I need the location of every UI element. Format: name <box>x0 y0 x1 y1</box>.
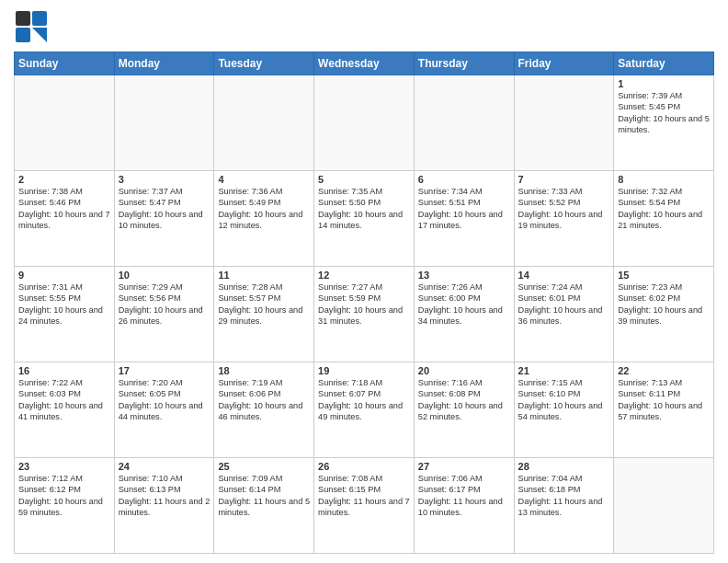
svg-rect-1 <box>32 11 47 26</box>
calendar-cell: 6Sunrise: 7:34 AM Sunset: 5:51 PM Daylig… <box>414 171 514 267</box>
calendar-table: SundayMondayTuesdayWednesdayThursdayFrid… <box>14 52 714 554</box>
day-number: 24 <box>119 461 210 472</box>
calendar-cell: 19Sunrise: 7:18 AM Sunset: 6:07 PM Dayli… <box>314 362 415 458</box>
calendar-cell: 4Sunrise: 7:36 AM Sunset: 5:49 PM Daylig… <box>214 171 314 267</box>
day-number: 25 <box>218 461 310 472</box>
day-info: Sunrise: 7:26 AM Sunset: 6:00 PM Dayligh… <box>418 282 510 327</box>
calendar-cell: 10Sunrise: 7:29 AM Sunset: 5:56 PM Dayli… <box>114 267 214 362</box>
calendar-cell <box>214 75 314 171</box>
day-number: 7 <box>518 174 610 185</box>
day-info: Sunrise: 7:36 AM Sunset: 5:49 PM Dayligh… <box>218 186 310 232</box>
day-number: 20 <box>418 365 510 376</box>
day-number: 19 <box>318 365 410 376</box>
calendar-cell <box>114 75 214 171</box>
calendar-week-row: 9Sunrise: 7:31 AM Sunset: 5:55 PM Daylig… <box>15 267 714 362</box>
day-info: Sunrise: 7:35 AM Sunset: 5:50 PM Dayligh… <box>318 186 410 232</box>
day-info: Sunrise: 7:19 AM Sunset: 6:06 PM Dayligh… <box>218 377 310 423</box>
day-number: 10 <box>119 270 210 281</box>
day-number: 4 <box>218 174 310 185</box>
day-number: 1 <box>618 78 710 89</box>
calendar-week-row: 23Sunrise: 7:12 AM Sunset: 6:12 PM Dayli… <box>15 458 714 554</box>
calendar-cell: 23Sunrise: 7:12 AM Sunset: 6:12 PM Dayli… <box>15 458 115 554</box>
day-info: Sunrise: 7:24 AM Sunset: 6:01 PM Dayligh… <box>518 282 610 327</box>
day-info: Sunrise: 7:22 AM Sunset: 6:03 PM Dayligh… <box>18 377 110 423</box>
calendar-header-row: SundayMondayTuesdayWednesdayThursdayFrid… <box>15 52 714 75</box>
day-number: 23 <box>18 461 110 472</box>
calendar-cell: 14Sunrise: 7:24 AM Sunset: 6:01 PM Dayli… <box>514 267 614 362</box>
day-info: Sunrise: 7:12 AM Sunset: 6:12 PM Dayligh… <box>18 473 110 519</box>
day-info: Sunrise: 7:18 AM Sunset: 6:07 PM Dayligh… <box>318 377 410 423</box>
svg-rect-2 <box>16 28 30 42</box>
day-number: 14 <box>518 270 610 281</box>
day-info: Sunrise: 7:39 AM Sunset: 5:45 PM Dayligh… <box>618 90 710 136</box>
calendar-cell: 28Sunrise: 7:04 AM Sunset: 6:18 PM Dayli… <box>514 458 614 554</box>
day-of-week-sunday: Sunday <box>15 52 115 75</box>
calendar-cell: 12Sunrise: 7:27 AM Sunset: 5:59 PM Dayli… <box>314 267 415 362</box>
day-info: Sunrise: 7:10 AM Sunset: 6:13 PM Dayligh… <box>119 473 210 519</box>
calendar-cell: 13Sunrise: 7:26 AM Sunset: 6:00 PM Dayli… <box>414 267 514 362</box>
calendar-cell: 1Sunrise: 7:39 AM Sunset: 5:45 PM Daylig… <box>614 75 714 171</box>
calendar-cell: 2Sunrise: 7:38 AM Sunset: 5:46 PM Daylig… <box>15 171 115 267</box>
day-info: Sunrise: 7:38 AM Sunset: 5:46 PM Dayligh… <box>18 186 110 232</box>
day-number: 2 <box>18 174 110 185</box>
calendar-cell: 9Sunrise: 7:31 AM Sunset: 5:55 PM Daylig… <box>15 267 115 362</box>
calendar-cell: 26Sunrise: 7:08 AM Sunset: 6:15 PM Dayli… <box>314 458 415 554</box>
day-number: 26 <box>318 461 410 472</box>
calendar-week-row: 1Sunrise: 7:39 AM Sunset: 5:45 PM Daylig… <box>15 75 714 171</box>
day-info: Sunrise: 7:27 AM Sunset: 5:59 PM Dayligh… <box>318 282 410 327</box>
day-info: Sunrise: 7:31 AM Sunset: 5:55 PM Dayligh… <box>18 282 110 327</box>
calendar-cell: 15Sunrise: 7:23 AM Sunset: 6:02 PM Dayli… <box>614 267 714 362</box>
calendar-cell: 11Sunrise: 7:28 AM Sunset: 5:57 PM Dayli… <box>214 267 314 362</box>
calendar-cell <box>314 75 415 171</box>
svg-marker-3 <box>32 28 47 42</box>
calendar-cell <box>514 75 614 171</box>
calendar-cell: 27Sunrise: 7:06 AM Sunset: 6:17 PM Dayli… <box>414 458 514 554</box>
day-of-week-tuesday: Tuesday <box>214 52 314 75</box>
day-number: 8 <box>618 174 710 185</box>
calendar-cell: 24Sunrise: 7:10 AM Sunset: 6:13 PM Dayli… <box>114 458 214 554</box>
calendar-cell <box>414 75 514 171</box>
svg-rect-0 <box>16 11 30 26</box>
day-info: Sunrise: 7:34 AM Sunset: 5:51 PM Dayligh… <box>418 186 510 232</box>
calendar-cell <box>614 458 714 554</box>
day-info: Sunrise: 7:37 AM Sunset: 5:47 PM Dayligh… <box>119 186 210 232</box>
calendar-cell: 3Sunrise: 7:37 AM Sunset: 5:47 PM Daylig… <box>114 171 214 267</box>
calendar-cell: 17Sunrise: 7:20 AM Sunset: 6:05 PM Dayli… <box>114 362 214 458</box>
day-info: Sunrise: 7:08 AM Sunset: 6:15 PM Dayligh… <box>318 473 410 519</box>
logo-icon <box>14 9 49 44</box>
calendar-cell: 21Sunrise: 7:15 AM Sunset: 6:10 PM Dayli… <box>514 362 614 458</box>
day-info: Sunrise: 7:23 AM Sunset: 6:02 PM Dayligh… <box>618 282 710 327</box>
day-of-week-thursday: Thursday <box>414 52 514 75</box>
calendar-cell: 7Sunrise: 7:33 AM Sunset: 5:52 PM Daylig… <box>514 171 614 267</box>
day-number: 18 <box>218 365 310 376</box>
header <box>14 9 714 44</box>
day-number: 27 <box>418 461 510 472</box>
day-number: 11 <box>218 270 310 281</box>
calendar-cell: 25Sunrise: 7:09 AM Sunset: 6:14 PM Dayli… <box>214 458 314 554</box>
logo <box>14 9 52 44</box>
day-number: 6 <box>418 174 510 185</box>
day-info: Sunrise: 7:09 AM Sunset: 6:14 PM Dayligh… <box>218 473 310 519</box>
day-of-week-monday: Monday <box>114 52 214 75</box>
day-number: 21 <box>518 365 610 376</box>
day-number: 9 <box>18 270 110 281</box>
calendar-cell: 5Sunrise: 7:35 AM Sunset: 5:50 PM Daylig… <box>314 171 415 267</box>
day-info: Sunrise: 7:06 AM Sunset: 6:17 PM Dayligh… <box>418 473 510 519</box>
day-number: 15 <box>618 270 710 281</box>
day-of-week-friday: Friday <box>514 52 614 75</box>
day-number: 12 <box>318 270 410 281</box>
day-number: 13 <box>418 270 510 281</box>
calendar-cell: 16Sunrise: 7:22 AM Sunset: 6:03 PM Dayli… <box>15 362 115 458</box>
day-number: 22 <box>618 365 710 376</box>
day-number: 28 <box>518 461 610 472</box>
day-info: Sunrise: 7:16 AM Sunset: 6:08 PM Dayligh… <box>418 377 510 423</box>
calendar-week-row: 2Sunrise: 7:38 AM Sunset: 5:46 PM Daylig… <box>15 171 714 267</box>
calendar-cell: 8Sunrise: 7:32 AM Sunset: 5:54 PM Daylig… <box>614 171 714 267</box>
page: SundayMondayTuesdayWednesdayThursdayFrid… <box>0 0 728 563</box>
day-number: 5 <box>318 174 410 185</box>
day-info: Sunrise: 7:20 AM Sunset: 6:05 PM Dayligh… <box>119 377 210 423</box>
day-of-week-wednesday: Wednesday <box>314 52 415 75</box>
calendar-cell <box>15 75 115 171</box>
calendar-cell: 22Sunrise: 7:13 AM Sunset: 6:11 PM Dayli… <box>614 362 714 458</box>
day-info: Sunrise: 7:13 AM Sunset: 6:11 PM Dayligh… <box>618 377 710 423</box>
